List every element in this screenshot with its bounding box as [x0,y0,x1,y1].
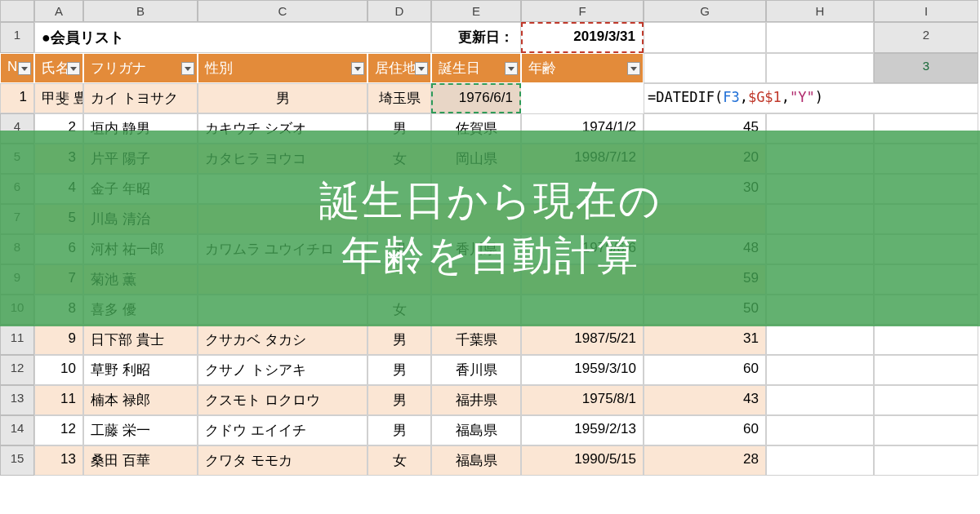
cell-I2[interactable] [766,53,874,83]
cell-age[interactable]: 45 [644,113,766,144]
cell-birth[interactable] [521,264,644,295]
cell-pref[interactable]: 福島県 [431,415,521,445]
cell-no[interactable]: 8 [34,295,83,325]
filter-icon[interactable] [415,62,428,75]
cell-age[interactable]: 59 [644,264,766,295]
cell-blank[interactable] [766,113,874,144]
cell-sex[interactable] [368,204,431,234]
cell-name[interactable]: 片平 陽子 [83,144,198,174]
row-header[interactable]: 11 [0,325,34,355]
cell-H1[interactable] [644,22,766,53]
cell-blank[interactable] [874,204,978,234]
col-header-D[interactable]: D [368,0,431,22]
cell-pref[interactable]: 香川県 [431,234,521,264]
cell-blank[interactable] [766,204,874,234]
formula-cell[interactable]: =DATEDIF(F3,$G$1,"Y") [644,83,978,113]
col-header-F[interactable]: F [521,0,644,22]
row-header[interactable]: 14 [0,415,34,445]
row-header[interactable]: 7 [0,204,34,234]
cell-sex[interactable]: 男 [198,83,368,113]
cell-kana[interactable]: カキウチ シズオ [198,113,368,144]
cell-blank[interactable] [874,113,978,144]
cell-age[interactable]: 30 [644,174,766,204]
cell-name[interactable]: 川島 清治 [83,204,198,234]
cell-birth-active[interactable]: 1976/6/1 [431,83,521,113]
cell-sex[interactable]: 男 [368,355,431,385]
cell-name[interactable]: 喜多 優 [83,295,198,325]
cell-blank[interactable] [766,174,874,204]
cell-sex[interactable] [368,264,431,295]
cell-sex[interactable]: 男 [368,385,431,415]
cell-blank[interactable] [874,355,978,385]
th-kana[interactable]: フリガナ [83,53,198,83]
cell-blank[interactable] [766,355,874,385]
cell-kana[interactable]: クサカベ タカシ [198,325,368,355]
cell-name[interactable]: 菊池 薫 [83,264,198,295]
cell-blank[interactable] [766,144,874,174]
row-header[interactable]: 10 [0,295,34,325]
cell-pref[interactable] [431,204,521,234]
cell-age[interactable]: 20 [644,144,766,174]
cell-no[interactable]: 3 [34,144,83,174]
cell-no[interactable]: 5 [34,204,83,234]
cell-blank[interactable] [766,264,874,295]
cell-no[interactable]: 13 [34,445,83,476]
cell-no[interactable]: 2 [34,113,83,144]
cell-birth[interactable]: 1975/8/1 [521,385,644,415]
cell-sex[interactable] [368,174,431,204]
cell-birth[interactable] [521,204,644,234]
col-header-C[interactable]: C [198,0,368,22]
row-header[interactable]: 12 [0,355,34,385]
cell-sex[interactable]: 男 [368,234,431,264]
cell-pref[interactable] [431,295,521,325]
cell-kana[interactable]: カワムラ ユウイチロ [198,234,368,264]
cell-birth[interactable]: 1974/1/2 [521,113,644,144]
cell-birth[interactable] [521,174,644,204]
cell-no[interactable]: 11 [34,385,83,415]
col-header-E[interactable]: E [431,0,521,22]
cell-age[interactable] [644,204,766,234]
cell-blank[interactable] [766,295,874,325]
th-no[interactable]: No [0,53,34,83]
cell-pref[interactable]: 福井県 [431,385,521,415]
th-name[interactable]: 氏名 [34,53,83,83]
update-label[interactable]: 更新日： [431,22,521,53]
cell-pref[interactable]: 佐賀県 [431,113,521,144]
row-header[interactable]: 8 [0,234,34,264]
th-age[interactable]: 年齢 [521,53,644,83]
cell-kana[interactable]: クサノ トシアキ [198,355,368,385]
cell-birth[interactable] [521,295,644,325]
cell-blank[interactable] [766,325,874,355]
cell-blank[interactable] [766,415,874,445]
cell-birth[interactable]: 1959/3/10 [521,355,644,385]
cell-no[interactable]: 1 [0,83,34,113]
cell-birth[interactable]: 1959/2/13 [521,415,644,445]
cell-birth[interactable]: 1998/7/12 [521,144,644,174]
filter-icon[interactable] [627,62,640,75]
cell-kana[interactable]: クスモト ロクロウ [198,385,368,415]
cell-blank[interactable] [874,174,978,204]
cell-no[interactable]: 9 [34,325,83,355]
cell-name[interactable]: 金子 年昭 [83,174,198,204]
cell-pref[interactable] [431,264,521,295]
cell-no[interactable]: 6 [34,234,83,264]
cell-blank[interactable] [874,445,978,476]
filter-icon[interactable] [67,62,80,75]
cell-blank[interactable] [874,385,978,415]
cell-kana[interactable]: クワタ モモカ [198,445,368,476]
cell-pref[interactable]: 埼玉県 [368,83,431,113]
cell-age[interactable]: 28 [644,445,766,476]
col-header-I[interactable]: I [874,0,978,22]
cell-name[interactable]: 甲斐 豊作 [34,83,83,113]
cell-sex[interactable]: 女 [368,295,431,325]
cell-kana[interactable]: クドウ エイイチ [198,415,368,445]
cell-pref[interactable]: 福島県 [431,445,521,476]
cell-blank[interactable] [874,144,978,174]
cell-sex[interactable]: 男 [368,325,431,355]
row-header-3[interactable]: 3 [874,53,978,83]
cell-no[interactable]: 12 [34,415,83,445]
cell-pref[interactable]: 千葉県 [431,325,521,355]
row-header[interactable]: 15 [0,445,34,476]
cell-kana[interactable] [198,174,368,204]
filter-icon[interactable] [351,62,364,75]
